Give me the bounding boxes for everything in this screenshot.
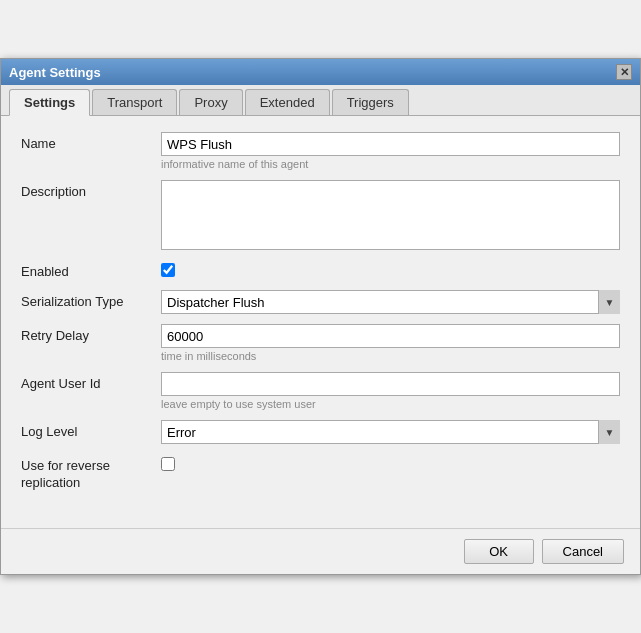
tab-transport[interactable]: Transport <box>92 89 177 115</box>
log-level-row: Log Level Error Warning Info Debug ▼ <box>21 420 620 444</box>
form-content: Name informative name of this agent Desc… <box>1 116 640 518</box>
serialization-type-row: Serialization Type Dispatcher Flush Stan… <box>21 290 620 314</box>
reverse-replication-row: Use for reverse replication <box>21 454 620 492</box>
tab-bar: Settings Transport Proxy Extended Trigge… <box>1 85 640 116</box>
description-label: Description <box>21 180 161 199</box>
enabled-row: Enabled <box>21 260 620 280</box>
dialog-title: Agent Settings <box>9 65 101 80</box>
description-input[interactable] <box>161 180 620 250</box>
name-label: Name <box>21 132 161 151</box>
serialization-type-label: Serialization Type <box>21 290 161 309</box>
cancel-button[interactable]: Cancel <box>542 539 624 564</box>
retry-delay-hint: time in milliseconds <box>161 350 620 362</box>
log-level-label: Log Level <box>21 420 161 439</box>
title-bar: Agent Settings ✕ <box>1 59 640 85</box>
tab-extended[interactable]: Extended <box>245 89 330 115</box>
reverse-replication-control <box>161 454 175 474</box>
name-input[interactable] <box>161 132 620 156</box>
ok-button[interactable]: OK <box>464 539 534 564</box>
log-level-control: Error Warning Info Debug ▼ <box>161 420 620 444</box>
retry-delay-control: time in milliseconds <box>161 324 620 362</box>
agent-user-id-hint: leave empty to use system user <box>161 398 620 410</box>
log-level-select-wrap: Error Warning Info Debug ▼ <box>161 420 620 444</box>
agent-settings-dialog: Agent Settings ✕ Settings Transport Prox… <box>0 58 641 575</box>
description-control <box>161 180 620 250</box>
description-row: Description <box>21 180 620 250</box>
tab-triggers[interactable]: Triggers <box>332 89 409 115</box>
retry-delay-label: Retry Delay <box>21 324 161 343</box>
reverse-replication-label: Use for reverse replication <box>21 454 161 492</box>
name-row: Name informative name of this agent <box>21 132 620 170</box>
close-button[interactable]: ✕ <box>616 64 632 80</box>
enabled-label: Enabled <box>21 260 161 279</box>
serialization-type-select-wrap: Dispatcher Flush Standard Custom ▼ <box>161 290 620 314</box>
reverse-replication-checkbox[interactable] <box>161 457 175 471</box>
log-level-select[interactable]: Error Warning Info Debug <box>161 420 620 444</box>
agent-user-id-input[interactable] <box>161 372 620 396</box>
tab-proxy[interactable]: Proxy <box>179 89 242 115</box>
retry-delay-input[interactable] <box>161 324 620 348</box>
serialization-type-select[interactable]: Dispatcher Flush Standard Custom <box>161 290 620 314</box>
retry-delay-row: Retry Delay time in milliseconds <box>21 324 620 362</box>
agent-user-id-row: Agent User Id leave empty to use system … <box>21 372 620 410</box>
name-control: informative name of this agent <box>161 132 620 170</box>
agent-user-id-label: Agent User Id <box>21 372 161 391</box>
enabled-checkbox[interactable] <box>161 263 175 277</box>
serialization-type-control: Dispatcher Flush Standard Custom ▼ <box>161 290 620 314</box>
name-hint: informative name of this agent <box>161 158 620 170</box>
tab-settings[interactable]: Settings <box>9 89 90 116</box>
agent-user-id-control: leave empty to use system user <box>161 372 620 410</box>
dialog-footer: OK Cancel <box>1 528 640 574</box>
enabled-control <box>161 260 175 280</box>
